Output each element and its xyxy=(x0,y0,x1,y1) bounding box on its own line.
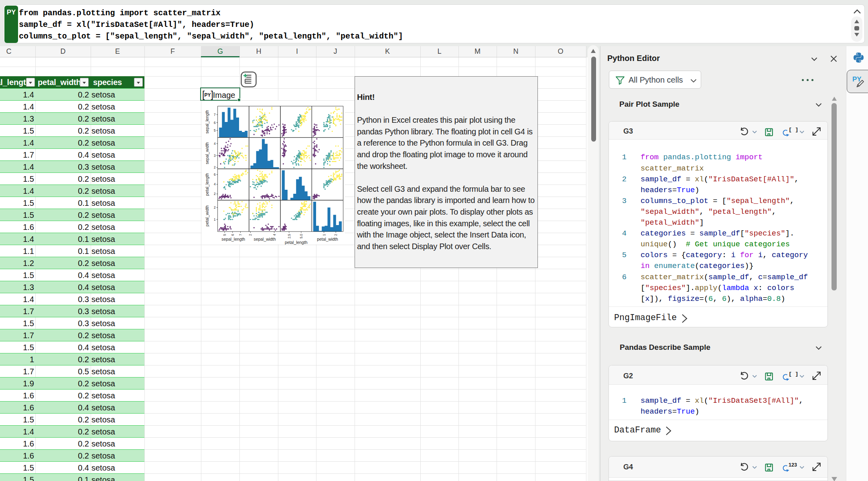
svg-text:petal_length: petal_length xyxy=(285,240,308,245)
svg-text:sepal_width: sepal_width xyxy=(254,237,276,242)
svg-text:4: 4 xyxy=(214,183,216,186)
svg-text:4: 4 xyxy=(273,234,276,236)
svg-text:1: 1 xyxy=(214,218,216,221)
svg-text:2: 2 xyxy=(214,166,216,169)
svg-text:2: 2 xyxy=(249,234,252,236)
svg-text:5.0: 5.0 xyxy=(300,234,303,239)
svg-text:7: 7 xyxy=(239,234,243,236)
svg-text:3: 3 xyxy=(214,154,216,158)
svg-text:5: 5 xyxy=(214,129,216,132)
svg-text:2: 2 xyxy=(214,192,216,196)
svg-text:6: 6 xyxy=(214,173,216,177)
svg-text:4: 4 xyxy=(214,142,216,146)
svg-text:sepal_length: sepal_length xyxy=(221,237,245,242)
svg-text:2.5: 2.5 xyxy=(288,234,291,239)
svg-text:2: 2 xyxy=(334,234,338,236)
svg-text:sepal_width: sepal_width xyxy=(205,142,209,164)
svg-text:123: 123 xyxy=(789,462,797,468)
svg-text:petal_length: petal_length xyxy=(205,173,209,196)
svg-text:2: 2 xyxy=(214,206,216,209)
svg-text:[ ]: [ ] xyxy=(789,127,798,133)
svg-text:sepal_length: sepal_length xyxy=(205,110,209,134)
svg-text:5: 5 xyxy=(223,234,227,236)
svg-text:petal_width: petal_width xyxy=(317,237,338,242)
svg-text:6: 6 xyxy=(214,121,216,125)
svg-text:7: 7 xyxy=(214,113,216,117)
svg-text:petal_width: petal_width xyxy=(205,205,209,227)
svg-text:1: 1 xyxy=(322,234,326,236)
svg-text:6: 6 xyxy=(231,234,235,236)
svg-text:[ ]: [ ] xyxy=(789,371,798,377)
